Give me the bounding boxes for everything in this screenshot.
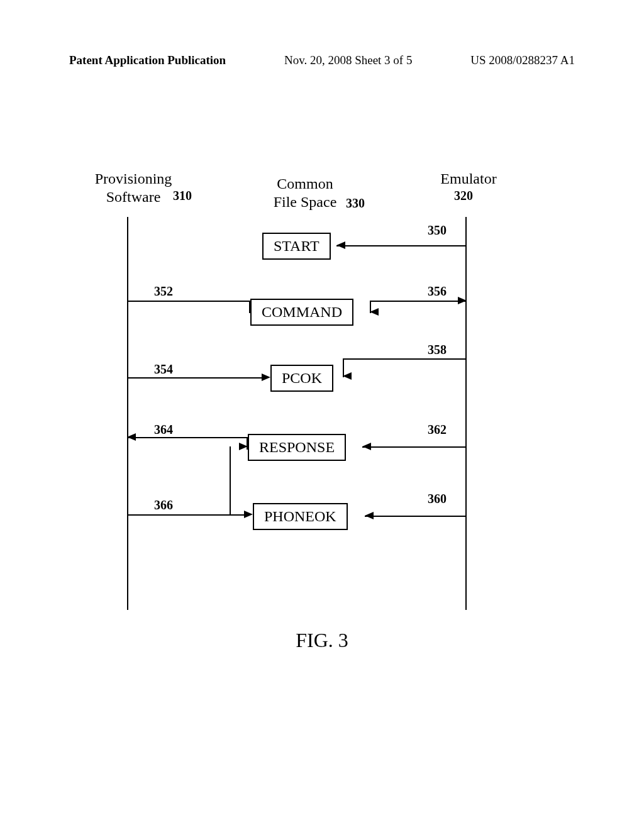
line-358 xyxy=(343,358,465,360)
arrow-364-out xyxy=(127,433,136,441)
line-362 xyxy=(362,446,465,448)
arrow-366 xyxy=(244,511,253,518)
label-358: 358 xyxy=(428,343,447,357)
label-360: 360 xyxy=(428,492,447,506)
header-patent-number: US 2008/0288237 A1 xyxy=(470,53,575,67)
label-350: 350 xyxy=(428,223,447,238)
page-header: Patent Application Publication Nov. 20, … xyxy=(69,53,575,67)
label-320: 320 xyxy=(454,189,473,203)
line-356 xyxy=(371,301,465,302)
label-330: 330 xyxy=(346,196,365,211)
label-352: 352 xyxy=(154,284,173,299)
box-phoneok: PHONEOK xyxy=(253,503,348,530)
label-provisioning: Provisioning Software xyxy=(83,170,184,206)
arrow-360 xyxy=(365,512,374,519)
label-emulator: Emulator xyxy=(425,170,513,188)
arrow-364-to-box xyxy=(239,443,248,450)
sequence-diagram: Provisioning Software 310 Common File Sp… xyxy=(88,170,553,610)
line-start-to-emulator xyxy=(336,245,465,246)
box-pcok: PCOK xyxy=(270,365,333,392)
arrow-362 xyxy=(362,443,371,450)
label-364: 364 xyxy=(154,423,173,437)
arrow-start-in xyxy=(336,241,345,249)
label-310: 310 xyxy=(173,189,192,203)
line-360 xyxy=(365,516,465,517)
box-command: COMMAND xyxy=(250,299,353,326)
lifeline-provisioning xyxy=(127,217,128,610)
line-352-drop xyxy=(249,301,250,313)
header-date-sheet: Nov. 20, 2008 Sheet 3 of 5 xyxy=(284,53,413,67)
line-366-h1 xyxy=(128,514,231,516)
line-354 xyxy=(128,377,262,379)
label-366: 366 xyxy=(154,498,173,512)
arrow-354 xyxy=(262,374,270,381)
box-start: START xyxy=(262,233,331,260)
figure-caption: FIG. 3 xyxy=(0,629,644,652)
line-366-v xyxy=(230,446,231,516)
arrow-356-out xyxy=(458,297,467,304)
arrow-358 xyxy=(343,372,352,380)
lifeline-emulator xyxy=(465,217,467,610)
patent-page: Patent Application Publication Nov. 20, … xyxy=(0,0,644,830)
label-common-file-space: Common File Space xyxy=(255,175,355,211)
arrow-356-to-box xyxy=(370,308,379,316)
line-364-top xyxy=(128,437,248,438)
line-366-h2 xyxy=(230,514,245,516)
label-354: 354 xyxy=(154,362,173,377)
line-352 xyxy=(128,301,250,302)
box-response: RESPONSE xyxy=(248,434,346,461)
label-362: 362 xyxy=(428,423,447,437)
label-356: 356 xyxy=(428,284,447,299)
header-publication: Patent Application Publication xyxy=(69,53,226,67)
